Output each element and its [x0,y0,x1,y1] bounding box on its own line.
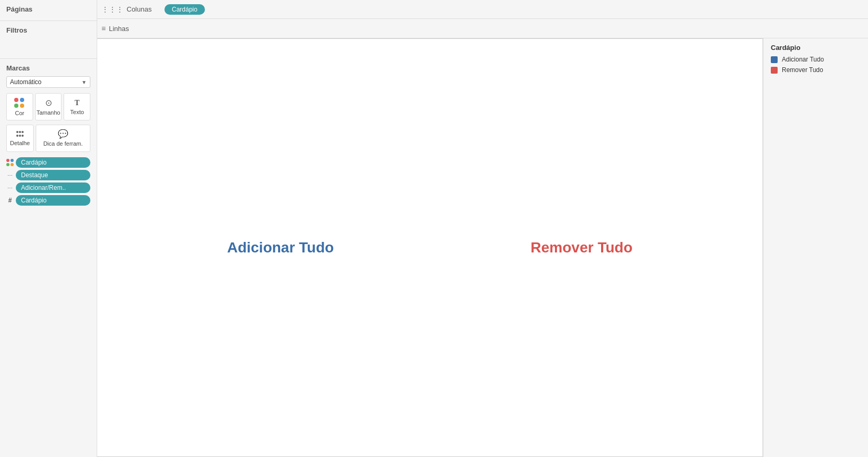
linhas-icon: ≡ [101,24,106,33]
adicionar-label[interactable]: Adicionar Tudo [227,239,334,256]
cardapio-cor-icon [6,159,14,166]
paginas-section: Páginas [0,0,97,21]
legend-color-red [771,67,778,74]
mark-tamanho-label: Tamanho [36,109,60,116]
cardapio-table-icon: # [6,197,14,204]
adicionar-pill[interactable]: Adicionar/Rem.. [16,182,90,193]
filtros-section: Filtros [0,21,97,59]
legend-title: Cardápio [771,44,861,52]
mark-detalhe-button[interactable]: Detalhe [6,125,34,152]
mark-detalhe-label: Detalhe [10,140,30,146]
cardapio-cor-pill[interactable]: Cardápio [16,157,90,168]
pill-row-cardapio-table: # Cardápio [6,195,90,206]
tamanho-icon: ⊙ [45,98,52,108]
toolbar-linhas-row: ≡ Linhas [97,19,868,38]
chart-area: Adicionar Tudo Remover Tudo [97,38,763,457]
main-area: ⋮⋮⋮ Colunas Cardápio ≡ Linhas Adicionar … [97,0,868,457]
adicionar-icon: ⋯ [6,184,14,191]
cardapio-toolbar-pill[interactable]: Cardápio [164,4,205,15]
paginas-title: Páginas [6,5,90,13]
cardapio-table-pill[interactable]: Cardápio [16,195,90,206]
detalhe-icon [16,131,24,138]
legend-color-blue [771,56,778,63]
legend-remover-label: Remover Tudo [782,66,823,74]
pill-row-adicionar: ⋯ Adicionar/Rem.. [6,182,90,193]
legend-item-adicionar[interactable]: Adicionar Tudo [771,56,861,63]
marks-grid-row1: Cor ⊙ Tamanho T Texto [6,93,90,120]
pill-row-cardapio-cor: Cardápio [6,157,90,168]
legend-adicionar-label: Adicionar Tudo [782,56,824,63]
mark-texto-button[interactable]: T Texto [64,93,90,120]
destaque-icon: ⋯ [6,171,14,179]
colunas-label-group: ⋮⋮⋮ Colunas [101,5,164,14]
legend-item-remover[interactable]: Remover Tudo [771,66,861,74]
remover-label[interactable]: Remover Tudo [531,239,633,256]
automatico-dropdown[interactable]: Automático ▼ [6,76,90,88]
linhas-label: Linhas [109,25,129,33]
legend-panel: Cardápio Adicionar Tudo Remover Tudo [763,38,868,457]
linhas-label-group: ≡ Linhas [101,24,164,33]
colunas-icon: ⋮⋮⋮ [101,5,123,14]
marks-grid-row2: Detalhe 💬 Dica de ferram. [6,125,90,152]
marcas-section: Marcas Automático ▼ Cor ⊙ Tamanho [0,59,97,457]
mark-dica-button[interactable]: 💬 Dica de ferram. [36,125,90,152]
pill-row-destaque: ⋯ Destaque [6,170,90,180]
mark-cor-button[interactable]: Cor [6,93,33,120]
destaque-pill[interactable]: Destaque [16,170,90,180]
texto-icon: T [75,99,79,107]
colunas-label: Colunas [127,5,152,13]
dica-icon: 💬 [58,129,68,139]
left-sidebar: Páginas Filtros Marcas Automático ▼ Cor [0,0,97,457]
chevron-down-icon: ▼ [81,79,87,85]
chart-canvas: Adicionar Tudo Remover Tudo [97,39,762,456]
automatico-label: Automático [10,78,42,86]
marcas-title: Marcas [6,64,90,72]
mark-dica-label: Dica de ferram. [43,140,82,147]
toolbar: ⋮⋮⋮ Colunas Cardápio ≡ Linhas [97,0,868,38]
filtros-title: Filtros [6,26,90,34]
mark-tamanho-button[interactable]: ⊙ Tamanho [35,93,62,120]
content-area: Adicionar Tudo Remover Tudo Cardápio Adi… [97,38,868,457]
cor-icon [14,98,25,108]
mark-cor-label: Cor [15,110,24,116]
mark-texto-label: Texto [70,109,84,115]
toolbar-colunas-row: ⋮⋮⋮ Colunas Cardápio [97,0,868,19]
